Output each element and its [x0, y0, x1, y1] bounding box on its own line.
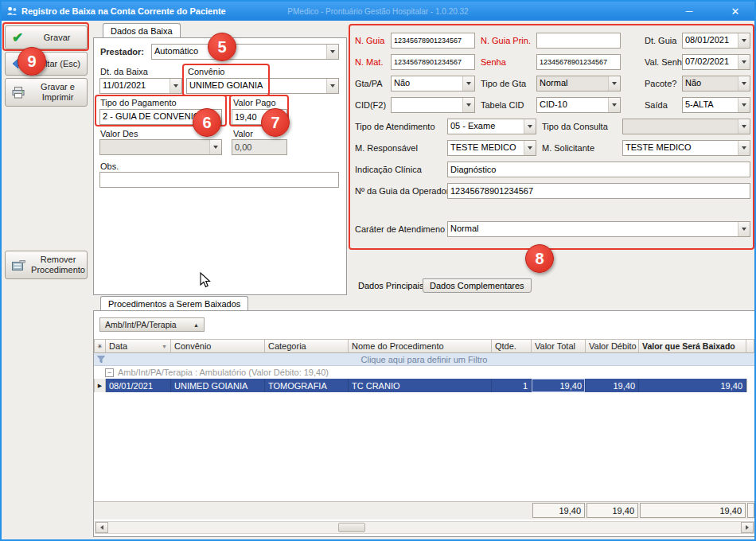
gravar-button[interactable]: ✔ Gravar: [5, 25, 88, 49]
tipo-gta-value: Normal: [537, 76, 608, 91]
voltar-button[interactable]: Voltar (Esc): [5, 52, 88, 76]
val-senha-field[interactable]: 07/02/2021: [682, 54, 750, 70]
col-header-stub: [746, 339, 754, 353]
tab-dados-da-baixa[interactable]: Dados da Baixa: [103, 23, 181, 37]
col-header-data[interactable]: Data▼: [106, 339, 171, 353]
indicacao-clinica-label: Indicação Clínica: [355, 165, 422, 175]
chevron-down-icon: [608, 98, 620, 112]
guia-operadora-label: Nº da Guia da Operadora: [355, 186, 454, 197]
collapse-icon[interactable]: −: [105, 368, 114, 377]
tab-dados-principais[interactable]: Dados Principais: [352, 278, 431, 293]
carater-atendimento-label: Caráter de Atendimeno: [355, 224, 445, 235]
dt-baixa-field[interactable]: 11/01/2021: [99, 78, 182, 94]
tipo-consulta-select: [622, 119, 750, 134]
cid-value: [392, 98, 462, 112]
guia-operadora-input[interactable]: [447, 183, 750, 199]
gta-pa-select[interactable]: Não: [391, 76, 475, 91]
valor-pago-input[interactable]: [232, 109, 287, 125]
filter-dropdown-icon[interactable]: ▼: [162, 344, 167, 349]
annotation-step-8: 8: [525, 244, 554, 273]
prestador-value: Automático: [152, 45, 326, 59]
row-indicator-cell: ▶: [94, 379, 106, 392]
remover-procedimento-label: RemoverProcedimento: [29, 255, 87, 275]
footer-valor-baixado: 19,40: [640, 503, 746, 518]
tab-dados-complementares[interactable]: Dados Complementares: [423, 278, 532, 293]
cid-label: CID(F2): [355, 100, 386, 111]
saida-value: 5-ALTA: [683, 98, 738, 112]
n-guia-prin-input[interactable]: [536, 33, 621, 49]
dt-guia-field[interactable]: 08/01/2021: [682, 33, 750, 49]
m-responsavel-label: M. Responsável: [355, 143, 418, 154]
prestador-select[interactable]: Automático: [151, 44, 339, 60]
cell-valor-debito[interactable]: 19,40: [586, 379, 639, 392]
cell-categoria[interactable]: TOMOGRAFIA: [265, 379, 349, 392]
m-responsavel-select[interactable]: TESTE MEDICO: [447, 140, 536, 156]
grid-group-row[interactable]: − Amb/Int/PA/Terapia : Ambulatório (Valo…: [94, 366, 754, 379]
cid-select[interactable]: [391, 97, 475, 113]
cell-data[interactable]: 08/01/2021: [106, 379, 171, 392]
indicacao-clinica-input[interactable]: [447, 162, 750, 177]
tabela-cid-label: Tabela CID: [481, 100, 524, 111]
asterisk-icon: ✳: [97, 343, 103, 350]
col-header-valor-total[interactable]: Valor Total: [532, 339, 586, 353]
col-header-valor-debito[interactable]: Valor Débito: [586, 339, 639, 353]
chevron-down-icon: [738, 76, 750, 91]
scroll-left-button[interactable]: [95, 522, 108, 533]
col-header-qtde[interactable]: Qtde.: [492, 339, 532, 353]
remover-line2: Procedimento: [31, 265, 85, 274]
convenio-select[interactable]: UNIMED GOIANIA: [186, 78, 339, 94]
chevron-down-icon: [209, 140, 221, 154]
funnel-icon: [97, 356, 105, 365]
carater-atendimento-select[interactable]: Normal: [447, 221, 750, 237]
gravar-label: Gravar: [27, 33, 87, 43]
col-header-convenio[interactable]: Convênio: [171, 339, 265, 353]
obs-input[interactable]: [99, 172, 339, 188]
scrollbar-thumb[interactable]: [338, 523, 365, 532]
grid-filter-row[interactable]: Clique aqui para definir um Filtro: [94, 353, 754, 366]
grid-selected-row[interactable]: ▶ 08/01/2021 UNIMED GOIANIA TOMOGRAFIA T…: [94, 379, 754, 392]
cell-valor-baixado[interactable]: 19,40: [639, 379, 746, 392]
senha-input[interactable]: [536, 54, 621, 70]
remover-procedimento-button[interactable]: RemoverProcedimento: [5, 251, 88, 279]
chevron-down-icon: [462, 98, 474, 112]
valor-desconto-select: [99, 139, 222, 155]
cell-qtde[interactable]: 1: [492, 379, 532, 392]
minimize-button[interactable]: ─: [676, 2, 702, 21]
tipo-consulta-label: Tipo da Consulta: [542, 122, 608, 132]
cell-convenio[interactable]: UNIMED GOIANIA: [171, 379, 265, 392]
scroll-right-button[interactable]: [741, 522, 754, 533]
tab-procedimentos[interactable]: Procedimentos a Serem Baixados: [100, 296, 248, 310]
val-senha-value: 07/02/2021: [683, 55, 738, 69]
val-senha-label: Val. Senha: [645, 57, 687, 68]
printer-icon: [12, 87, 25, 99]
gravar-imprimir-line1: Gravar e: [41, 82, 75, 91]
grid-header-row: ✳ Data▼ Convênio Categoria Nome do Proce…: [94, 339, 754, 353]
close-button[interactable]: ✕: [723, 2, 748, 21]
m-solicitante-select[interactable]: TESTE MEDICO: [622, 140, 750, 156]
app-icon: [6, 6, 18, 17]
saida-label: Saída: [645, 100, 668, 111]
saida-select[interactable]: 5-ALTA: [682, 97, 750, 113]
convenio-label: Convênio: [188, 67, 224, 77]
cell-nome[interactable]: TC CRANIO: [349, 379, 492, 392]
group-by-button[interactable]: Amb/Int/PA/Terapia ▲: [99, 317, 205, 332]
tipo-pagamento-select[interactable]: 2 - GUIA DE CONVENIO: [99, 109, 222, 125]
n-mat-input[interactable]: [391, 54, 475, 70]
cell-valor-total[interactable]: 19,40: [532, 379, 586, 392]
valor-desconto-value: [100, 140, 209, 154]
tipo-atendimento-value: 05 - Exame: [448, 119, 524, 134]
col-header-valor-baixado[interactable]: Valor que Será Baixado: [639, 339, 746, 353]
pacote-select: Não: [682, 76, 750, 91]
footer-valor-total: 19,40: [532, 503, 585, 518]
m-responsavel-value: TESTE MEDICO: [448, 141, 524, 155]
tabela-cid-select[interactable]: CID-10: [536, 97, 621, 113]
tipo-atendimento-select[interactable]: 05 - Exame: [447, 119, 536, 134]
n-guia-input[interactable]: [391, 33, 475, 49]
senha-label: Senha: [481, 57, 506, 68]
col-header-categoria[interactable]: Categoria: [265, 339, 349, 353]
filter-row-text: Clique aqui para definir um Filtro: [361, 355, 488, 364]
group-by-label: Amb/Int/PA/Terapia: [105, 320, 177, 329]
col-header-nome[interactable]: Nome do Procedimento: [349, 339, 492, 353]
gravar-imprimir-button[interactable]: Gravar eImprimir: [5, 78, 88, 107]
horizontal-scrollbar[interactable]: [95, 521, 754, 534]
